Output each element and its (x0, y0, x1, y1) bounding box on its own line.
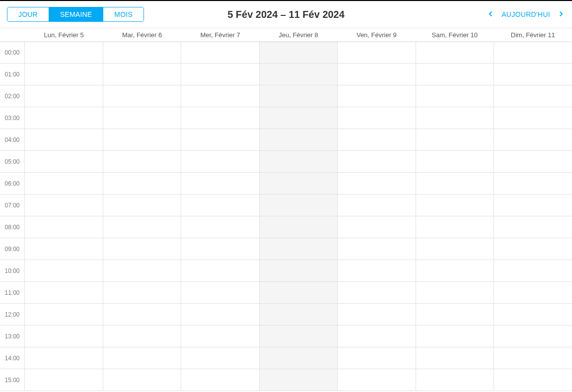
time-cell[interactable] (338, 260, 416, 282)
time-cell[interactable] (181, 260, 259, 282)
time-cell[interactable] (416, 151, 494, 173)
time-cell[interactable] (260, 326, 338, 347)
time-cell[interactable] (181, 129, 259, 151)
time-cell[interactable] (494, 216, 572, 238)
time-cell[interactable] (103, 369, 181, 391)
time-cell[interactable] (260, 369, 338, 391)
time-cell[interactable] (25, 238, 103, 260)
time-cell[interactable] (494, 64, 572, 85)
time-cell[interactable] (25, 326, 103, 347)
time-cell[interactable] (25, 64, 103, 85)
time-cell[interactable] (25, 107, 103, 129)
time-cell[interactable] (494, 129, 572, 151)
view-day-button[interactable]: JOUR (7, 7, 49, 21)
time-cell[interactable] (494, 282, 572, 304)
time-cell[interactable] (103, 173, 181, 195)
time-cell[interactable] (416, 282, 494, 304)
time-cell[interactable] (260, 304, 338, 326)
time-cell[interactable] (494, 85, 572, 107)
time-cell[interactable] (260, 282, 338, 304)
time-cell[interactable] (260, 151, 338, 173)
time-cell[interactable] (25, 347, 103, 369)
view-week-button[interactable]: SEMAINE (49, 7, 103, 21)
time-cell[interactable] (338, 282, 416, 304)
time-cell[interactable] (494, 260, 572, 282)
time-cell[interactable] (338, 326, 416, 347)
time-cell[interactable] (416, 216, 494, 238)
time-cell[interactable] (103, 107, 181, 129)
time-cell[interactable] (260, 238, 338, 260)
time-cell[interactable] (494, 151, 572, 173)
next-period-button[interactable] (557, 10, 565, 18)
time-cell[interactable] (338, 42, 416, 64)
time-cell[interactable] (338, 129, 416, 151)
time-cell[interactable] (260, 129, 338, 151)
time-cell[interactable] (338, 347, 416, 369)
time-cell[interactable] (260, 107, 338, 129)
time-cell[interactable] (181, 42, 259, 64)
time-cell[interactable] (494, 347, 572, 369)
time-cell[interactable] (338, 304, 416, 326)
time-cell[interactable] (416, 260, 494, 282)
time-cell[interactable] (103, 260, 181, 282)
time-cell[interactable] (494, 173, 572, 195)
time-cell[interactable] (260, 42, 338, 64)
prev-period-button[interactable] (487, 10, 495, 18)
time-cell[interactable] (416, 347, 494, 369)
time-cell[interactable] (25, 260, 103, 282)
time-cell[interactable] (181, 326, 259, 347)
time-cell[interactable] (181, 238, 259, 260)
time-cell[interactable] (260, 173, 338, 195)
grid-scroll-area[interactable]: 00:0001:0002:0003:0004:0005:0006:0007:00… (0, 42, 572, 392)
time-cell[interactable] (181, 195, 259, 216)
time-cell[interactable] (25, 173, 103, 195)
time-cell[interactable] (181, 369, 259, 391)
time-cell[interactable] (181, 304, 259, 326)
time-cell[interactable] (260, 85, 338, 107)
time-cell[interactable] (181, 64, 259, 85)
time-cell[interactable] (260, 195, 338, 216)
time-cell[interactable] (103, 326, 181, 347)
time-cell[interactable] (494, 304, 572, 326)
time-cell[interactable] (494, 369, 572, 391)
time-cell[interactable] (25, 85, 103, 107)
time-cell[interactable] (416, 173, 494, 195)
time-cell[interactable] (338, 64, 416, 85)
time-cell[interactable] (25, 195, 103, 216)
time-cell[interactable] (416, 85, 494, 107)
time-cell[interactable] (338, 173, 416, 195)
time-cell[interactable] (260, 260, 338, 282)
time-cell[interactable] (416, 238, 494, 260)
time-cell[interactable] (416, 326, 494, 347)
time-cell[interactable] (103, 238, 181, 260)
time-cell[interactable] (181, 216, 259, 238)
time-cell[interactable] (181, 282, 259, 304)
time-cell[interactable] (494, 42, 572, 64)
time-cell[interactable] (416, 369, 494, 391)
time-cell[interactable] (181, 107, 259, 129)
time-cell[interactable] (416, 195, 494, 216)
time-cell[interactable] (103, 129, 181, 151)
time-cell[interactable] (103, 282, 181, 304)
time-cell[interactable] (103, 304, 181, 326)
time-cell[interactable] (416, 42, 494, 64)
time-cell[interactable] (103, 195, 181, 216)
time-cell[interactable] (338, 107, 416, 129)
time-cell[interactable] (338, 216, 416, 238)
time-cell[interactable] (494, 107, 572, 129)
time-cell[interactable] (338, 369, 416, 391)
time-cell[interactable] (416, 129, 494, 151)
time-cell[interactable] (181, 347, 259, 369)
time-cell[interactable] (181, 85, 259, 107)
time-cell[interactable] (25, 42, 103, 64)
time-cell[interactable] (103, 64, 181, 85)
time-cell[interactable] (416, 64, 494, 85)
time-cell[interactable] (181, 151, 259, 173)
time-cell[interactable] (181, 173, 259, 195)
time-cell[interactable] (25, 304, 103, 326)
time-cell[interactable] (494, 195, 572, 216)
time-cell[interactable] (103, 347, 181, 369)
today-button[interactable]: AUJOURD'HUI (501, 10, 550, 18)
time-cell[interactable] (338, 238, 416, 260)
time-cell[interactable] (25, 129, 103, 151)
